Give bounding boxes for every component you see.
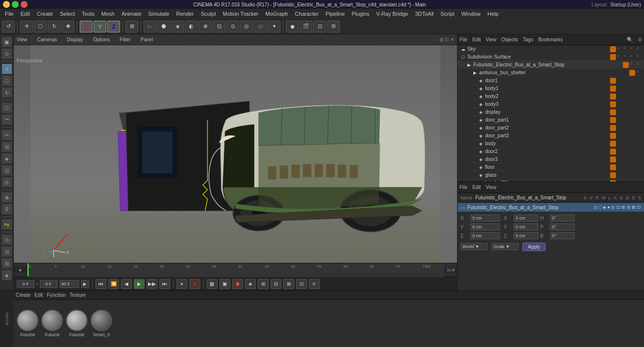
obj-ck2-door_part1[interactable]: · [623, 117, 629, 123]
obj-row-door_part1[interactable]: ◈ door_part1 · · · · [458, 116, 644, 124]
obj-ck3-door_part1[interactable]: · [630, 117, 636, 123]
tool-z[interactable]: Z [107, 21, 120, 32]
tool-light[interactable]: ⬭ [254, 21, 267, 32]
obj-ck3-body2[interactable]: · [630, 94, 636, 99]
record-button[interactable]: ● [177, 279, 187, 289]
obj-row-antivirus[interactable]: ▶ antivirus_bus_shelter ✓ [458, 69, 644, 77]
coord-world-select[interactable]: World ▼ [460, 243, 488, 250]
start-frame-field[interactable]: 0 F [40, 280, 58, 288]
obj-row-handrail01[interactable]: ◈ handrail01 · · · · [458, 179, 644, 182]
material-item-1[interactable]: Futurist [41, 310, 63, 337]
menu-help[interactable]: Help [485, 10, 502, 18]
obj-ck4-door2[interactable]: · [636, 149, 642, 155]
obj-ck2-door_part3[interactable]: · [623, 133, 629, 139]
render-icon-5[interactable]: ⊞ [258, 279, 269, 289]
tool-poly[interactable]: ▷ [144, 21, 156, 32]
frame-range-input[interactable]: 90 F [60, 280, 79, 288]
coord-field-y1[interactable]: 0 cm [470, 223, 500, 230]
menu-create[interactable]: Create [34, 10, 56, 18]
attr-menu-edit[interactable]: Edit [472, 185, 481, 190]
obj-ck3-body1[interactable]: · [630, 86, 636, 92]
menu-pipeline[interactable]: Pipeline [323, 10, 348, 18]
obj-ck1-door_part1[interactable]: · [617, 117, 623, 123]
tool-python[interactable]: Py [1, 219, 12, 230]
obj-ck2-body3[interactable]: · [623, 101, 629, 107]
tool-nurbs[interactable]: ⊡ [213, 21, 225, 32]
tool-deform[interactable]: ⊙ [226, 21, 239, 32]
obj-ck1-body[interactable]: · [617, 141, 623, 147]
mat-menu-edit[interactable]: Edit [34, 292, 43, 298]
menu-3dtoall[interactable]: 3DToAll [412, 10, 437, 18]
tool-weight[interactable]: ⊟ [1, 258, 12, 269]
tool-scale[interactable]: ⬡ [34, 21, 47, 32]
obj-ck1-body1[interactable]: · [617, 86, 623, 92]
menu-select[interactable]: Select [57, 10, 78, 18]
scene-canvas[interactable]: Perspective [14, 45, 457, 263]
tool-select-rect[interactable]: ▣ [1, 36, 12, 47]
obj-menu-edit[interactable]: Edit [472, 37, 481, 42]
obj-menu-objects[interactable]: Objects [501, 37, 518, 42]
obj-menu-file[interactable]: File [460, 37, 467, 42]
play-prev-key[interactable]: ⏪ [108, 279, 119, 289]
play-prev-frame[interactable]: ◀ [121, 279, 132, 289]
menu-file[interactable]: File [2, 10, 17, 18]
obj-ck4-handrail01[interactable]: · [636, 180, 642, 182]
menu-render[interactable]: Render [173, 10, 197, 18]
obj-ck1-door2[interactable]: · [617, 149, 623, 155]
obj-ck1-display[interactable]: · [617, 109, 623, 115]
tool-irradiance[interactable]: ⊡ [1, 246, 12, 257]
obj-row-body[interactable]: ◈ body · · · · [458, 140, 644, 148]
obj-row-subdiv[interactable]: ⬡ Subdivision Surface ✓ ✓ ✓ ✓ [458, 53, 644, 61]
material-item-3[interactable]: Smart_0 [91, 310, 112, 337]
obj-row-door1[interactable]: ◈ door1 · · · · [458, 77, 644, 85]
menu-motion-tracker[interactable]: Motion Tracker [220, 10, 262, 18]
coord-field-x1[interactable]: 0 cm [470, 215, 500, 221]
tool-add[interactable]: ✚ [61, 21, 74, 32]
obj-row-glass[interactable]: ◈ glass · · · · [458, 171, 644, 179]
obj-settings[interactable]: ⚙ [638, 37, 642, 42]
obj-ck3-floor[interactable]: · [630, 164, 636, 170]
menu-simulate[interactable]: Simulate [145, 10, 172, 18]
obj-menu-view[interactable]: View [486, 37, 496, 42]
render-icon-1[interactable]: ▦ [207, 279, 217, 289]
obj-check-4[interactable]: ✓ [636, 46, 642, 52]
viewport-menu-cameras[interactable]: Cameras [37, 37, 58, 42]
tool-anim[interactable]: ⏺ [286, 21, 299, 32]
tool-move[interactable]: ✛ [20, 21, 33, 32]
render-icon-9[interactable]: ≡ [309, 279, 320, 289]
attr-menu-file[interactable]: File [460, 185, 467, 190]
obj-ck2-body2[interactable]: · [623, 94, 629, 99]
attr-selected-row[interactable]: — Futuristic_Electric_Bus_at_a_Smart_Sto… [458, 203, 644, 212]
tool-rotate[interactable]: ↻ [48, 21, 61, 32]
obj-row-floor[interactable]: ◈ floor · · · · [458, 163, 644, 171]
obj-ck2-body1[interactable]: · [623, 86, 629, 92]
obj-ck2-glass[interactable]: · [623, 172, 629, 178]
current-frame-field[interactable]: 0 F [17, 280, 34, 288]
obj-ck1-door1[interactable]: · [617, 78, 623, 84]
obj-row-door_part2[interactable]: ◈ door_part2 · · · · [458, 124, 644, 132]
obj-ck4-door_part2[interactable]: · [636, 125, 642, 131]
obj-ck4-glass[interactable]: · [636, 172, 642, 178]
mat-menu-create[interactable]: Create [16, 292, 31, 298]
viewport-menu-view[interactable]: View [17, 37, 28, 42]
obj-ck3-door_part2[interactable]: · [630, 125, 636, 131]
menu-vray[interactable]: V-Ray Bridge [373, 10, 411, 18]
tool-bevel[interactable]: ◈ [1, 153, 12, 164]
obj-row-door2[interactable]: ◈ door2 · · · · [458, 148, 644, 156]
render-stop[interactable]: ⏹ [232, 279, 243, 289]
obj-check-s3[interactable]: ✓ [630, 54, 636, 60]
tool-scale-lt[interactable]: ⬡ [1, 75, 12, 86]
obj-ck2-door2[interactable]: · [623, 149, 629, 155]
tool-smooth[interactable]: ⊙ [1, 234, 12, 245]
menu-plugins[interactable]: Plugins [349, 10, 372, 18]
obj-row-body3[interactable]: ◈ body3 · · · · [458, 100, 644, 108]
obj-ck4-door_part3[interactable]: · [636, 133, 642, 139]
menu-window[interactable]: Window [459, 10, 484, 18]
tool-camera[interactable]: ◎ [240, 21, 253, 32]
mat-menu-texture[interactable]: Texture [70, 292, 86, 298]
render-icon-8[interactable]: ⊡ [296, 279, 307, 289]
tool-magnet[interactable]: ⊕ [1, 192, 12, 203]
obj-ck2-door_part2[interactable]: · [623, 125, 629, 131]
obj-check-a1[interactable]: ✓ [636, 70, 642, 76]
tool-spline[interactable]: ⊕ [199, 21, 212, 32]
